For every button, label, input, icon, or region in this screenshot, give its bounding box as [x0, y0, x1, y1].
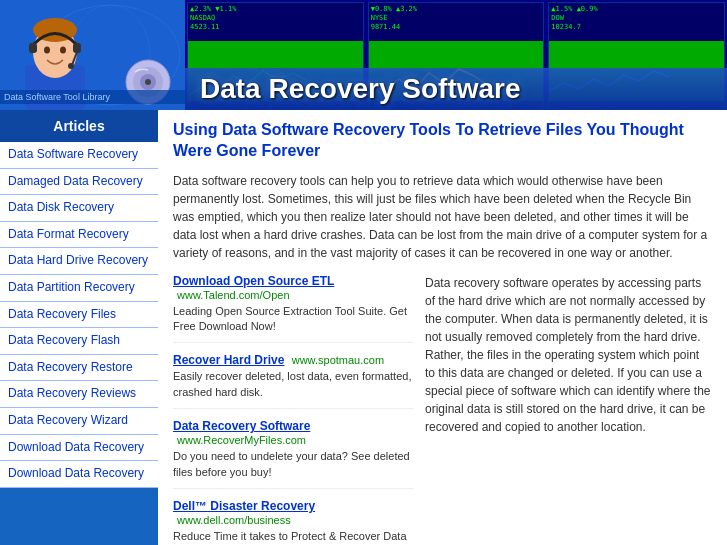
sidebar-item-6[interactable]: Data Recovery Files: [0, 302, 158, 329]
ad-item-3: Dell™ Disaster Recovery www.dell.com/bus…: [173, 499, 413, 545]
sidebar-item-3[interactable]: Data Format Recovery: [0, 222, 158, 249]
content-bottom: Download Open Source ETL www.Talend.com/…: [173, 274, 712, 545]
svg-point-11: [60, 47, 66, 54]
sidebar-item-1[interactable]: Damaged Data Recovery: [0, 169, 158, 196]
ad-url-1: www.spotmau.com: [292, 354, 384, 366]
header-subtitle: Data Software Tool Library: [0, 90, 185, 104]
stock-text-1: ▲2.3% ▼1.1%NASDAQ4523.11: [188, 3, 363, 34]
sidebar-item-2[interactable]: Data Disk Recovery: [0, 195, 158, 222]
sidebar-item-0[interactable]: Data Software Recovery: [0, 142, 158, 169]
stock-text-3: ▲1.5% ▲0.9%DOW10234.7: [549, 3, 724, 34]
ad-item-1: Recover Hard Drive www.spotmau.com Easil…: [173, 353, 413, 409]
ad-url-2: www.RecoverMyFiles.com: [177, 434, 306, 446]
sidebar-item-11[interactable]: Download Data Recovery: [0, 435, 158, 462]
ad-title-3[interactable]: Dell™ Disaster Recovery: [173, 499, 315, 513]
sidebar-item-5[interactable]: Data Partition Recovery: [0, 275, 158, 302]
header-right-bg: ▲2.3% ▼1.1%NASDAQ4523.11 ▼0.8% ▲3.2%NYSE…: [185, 0, 727, 110]
ad-title-1[interactable]: Recover Hard Drive: [173, 353, 284, 367]
sidebar-items-container: Data Software RecoveryDamaged Data Recov…: [0, 142, 158, 488]
ad-desc-3: Reduce Time it takes to Protect & Recove…: [173, 529, 413, 545]
content-title: Using Data Software Recovery Tools To Re…: [173, 120, 712, 162]
sidebar-header: Articles: [0, 110, 158, 142]
ad-url-0: www.Talend.com/Open: [177, 289, 290, 301]
svg-point-10: [44, 47, 50, 54]
sidebar-item-9[interactable]: Data Recovery Reviews: [0, 381, 158, 408]
site-title: Data Recovery Software: [200, 73, 521, 105]
ad-url-3: www.dell.com/business: [177, 514, 291, 526]
content-area: Using Data Software Recovery Tools To Re…: [158, 110, 727, 545]
svg-point-15: [145, 79, 151, 85]
ads-list: Download Open Source ETL www.Talend.com/…: [173, 274, 413, 545]
ad-title-0[interactable]: Download Open Source ETL: [173, 274, 334, 288]
content-intro: Data software recovery tools can help yo…: [173, 172, 712, 262]
ad-desc-2: Do you need to undelete your data? See d…: [173, 449, 413, 480]
svg-rect-6: [29, 43, 37, 53]
ad-item-2: Data Recovery Software www.RecoverMyFile…: [173, 419, 413, 489]
sidebar: Articles Data Software RecoveryDamaged D…: [0, 110, 158, 545]
sidebar-item-12[interactable]: Download Data Recovery: [0, 461, 158, 488]
svg-point-9: [68, 63, 74, 69]
ad-desc-0: Leading Open Source Extraction Tool Suit…: [173, 304, 413, 335]
ad-item-0: Download Open Source ETL www.Talend.com/…: [173, 274, 413, 344]
header-left: Data Software Tool Library: [0, 0, 185, 110]
header-person-graphic: Data Software Tool Library: [0, 0, 185, 110]
ad-title-2[interactable]: Data Recovery Software: [173, 419, 310, 433]
sidebar-item-7[interactable]: Data Recovery Flash: [0, 328, 158, 355]
right-text-column: Data recovery software operates by acces…: [425, 274, 712, 545]
header-title-bar: Data Recovery Software: [185, 68, 727, 110]
ad-desc-1: Easily recover deleted, lost data, even …: [173, 369, 413, 400]
sidebar-item-10[interactable]: Data Recovery Wizard: [0, 408, 158, 435]
sidebar-item-8[interactable]: Data Recovery Restore: [0, 355, 158, 382]
header: Data Software Tool Library ▲2.3% ▼1.1%NA…: [0, 0, 727, 110]
svg-rect-7: [73, 43, 81, 53]
stock-text-2: ▼0.8% ▲3.2%NYSE9871.44: [369, 3, 544, 34]
sidebar-item-4[interactable]: Data Hard Drive Recovery: [0, 248, 158, 275]
ads-column: Download Open Source ETL www.Talend.com/…: [173, 274, 413, 545]
main-layout: Articles Data Software RecoveryDamaged D…: [0, 110, 727, 545]
